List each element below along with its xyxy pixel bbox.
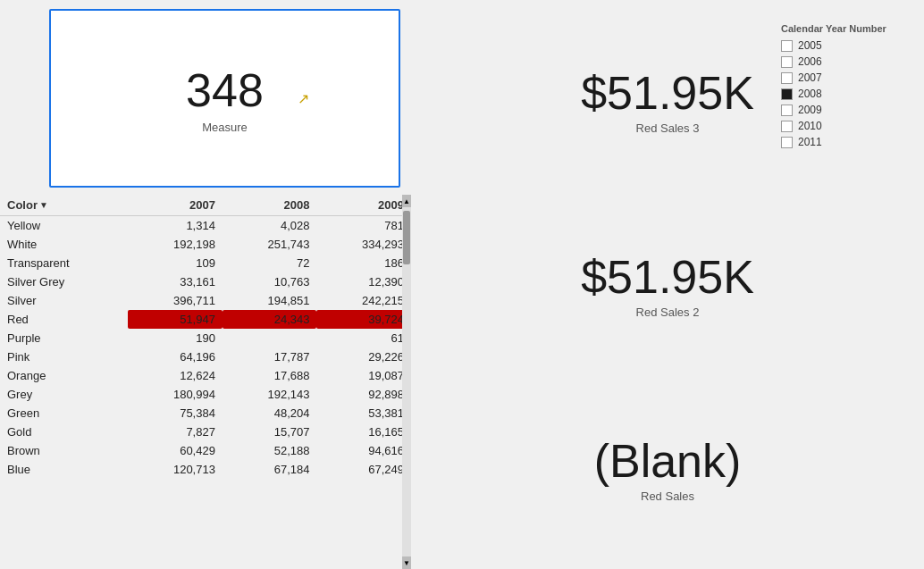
legend-year-label: 2010 bbox=[798, 120, 822, 132]
kpi-label-1: Red Sales 3 bbox=[636, 121, 700, 135]
table-row[interactable]: Brown60,42952,18894,616 bbox=[0, 441, 411, 460]
legend-year-label: 2006 bbox=[798, 55, 822, 68]
legend-checkbox[interactable] bbox=[781, 72, 793, 84]
table-header-row: Color ▼ 2007 2008 2009 bbox=[0, 195, 411, 216]
kpi-block-1: $51.95K Red Sales 3 bbox=[581, 66, 754, 135]
table-row[interactable]: Transparent10972186 bbox=[0, 254, 411, 272]
legend-item[interactable]: 2009 bbox=[781, 104, 906, 116]
table-row[interactable]: Purple19061 bbox=[0, 329, 411, 347]
table-row[interactable]: Yellow1,3144,028781 bbox=[0, 216, 411, 236]
table-row[interactable]: Silver396,711194,851242,215 bbox=[0, 291, 411, 310]
data-table: Color ▼ 2007 2008 2009 Yellow1,3144,0287… bbox=[0, 195, 411, 479]
kpi-value-3: (Blank) bbox=[594, 434, 742, 488]
legend-title: Calendar Year Number bbox=[781, 23, 906, 34]
col-header-2008[interactable]: 2008 bbox=[223, 195, 317, 216]
legend-year-label: 2011 bbox=[798, 136, 822, 148]
card-value: 348 bbox=[186, 63, 264, 117]
table-body: Yellow1,3144,028781White192,198251,74333… bbox=[0, 216, 411, 480]
legend-item[interactable]: 2010 bbox=[781, 120, 906, 132]
legend-year-label: 2009 bbox=[798, 104, 822, 116]
col-color-label: Color bbox=[7, 198, 38, 212]
card-widget: 348 Measure ↗ bbox=[49, 9, 400, 188]
legend-checkbox[interactable] bbox=[781, 40, 793, 52]
table-row[interactable]: Green75,38448,20453,381 bbox=[0, 404, 411, 423]
legend-item[interactable]: 2011 bbox=[781, 136, 906, 148]
scrollbar-track[interactable]: ▲ ▼ bbox=[402, 195, 411, 569]
table-row[interactable]: Silver Grey33,16110,76312,390 bbox=[0, 272, 411, 291]
kpi-value-1: $51.95K bbox=[581, 66, 754, 120]
kpi-block-3: (Blank) Red Sales bbox=[594, 434, 742, 503]
legend-checkbox[interactable] bbox=[781, 88, 793, 100]
legend-item[interactable]: 2006 bbox=[781, 55, 906, 68]
scroll-down-button[interactable]: ▼ bbox=[402, 556, 411, 569]
table-container: Color ▼ 2007 2008 2009 Yellow1,3144,0287… bbox=[0, 195, 411, 569]
legend-checkbox[interactable] bbox=[781, 137, 793, 148]
table-row[interactable]: Orange12,62417,68819,087 bbox=[0, 366, 411, 385]
table-row[interactable]: Blue120,71367,18467,249 bbox=[0, 460, 411, 479]
kpi-block-2: $51.95K Red Sales 2 bbox=[581, 250, 754, 319]
legend-year-label: 2007 bbox=[798, 71, 822, 84]
legend-checkbox[interactable] bbox=[781, 56, 793, 68]
scrollbar-thumb[interactable] bbox=[403, 211, 410, 264]
legend-items: 2005200620072008200920102011 bbox=[781, 39, 906, 148]
cursor-indicator: ↗ bbox=[298, 90, 309, 107]
kpi-label-3: Red Sales bbox=[641, 490, 694, 503]
table-row[interactable]: Red51,94724,34339,724 bbox=[0, 310, 411, 329]
col-header-2007[interactable]: 2007 bbox=[128, 195, 223, 216]
table-row[interactable]: White192,198251,743334,293 bbox=[0, 235, 411, 254]
legend-year-label: 2005 bbox=[798, 39, 822, 52]
right-panel: $51.95K Red Sales 3 $51.95K Red Sales 2 … bbox=[411, 0, 924, 569]
legend-checkbox[interactable] bbox=[781, 121, 793, 132]
legend-item[interactable]: 2007 bbox=[781, 71, 906, 84]
table-row[interactable]: Gold7,82715,70716,165 bbox=[0, 423, 411, 441]
table-row[interactable]: Grey180,994192,14392,898 bbox=[0, 385, 411, 404]
legend-item[interactable]: 2008 bbox=[781, 88, 906, 100]
kpi-value-2: $51.95K bbox=[581, 250, 754, 304]
card-label: Measure bbox=[202, 121, 248, 134]
table-row[interactable]: Pink64,19617,78729,226 bbox=[0, 347, 411, 366]
kpi-label-2: Red Sales 2 bbox=[636, 305, 700, 319]
left-panel: 348 Measure ↗ Color ▼ 2007 2008 bbox=[0, 0, 411, 569]
legend-checkbox[interactable] bbox=[781, 105, 793, 116]
col-header-color[interactable]: Color ▼ bbox=[0, 195, 128, 216]
main-container: 348 Measure ↗ Color ▼ 2007 2008 bbox=[0, 0, 924, 569]
col-header-2009[interactable]: 2009 bbox=[316, 195, 411, 216]
scroll-up-button[interactable]: ▲ bbox=[402, 195, 411, 207]
legend-panel: Calendar Year Number 2005200620072008200… bbox=[772, 18, 915, 157]
sort-arrow-icon: ▼ bbox=[39, 200, 48, 210]
legend-year-label: 2008 bbox=[798, 88, 822, 100]
legend-item[interactable]: 2005 bbox=[781, 39, 906, 52]
